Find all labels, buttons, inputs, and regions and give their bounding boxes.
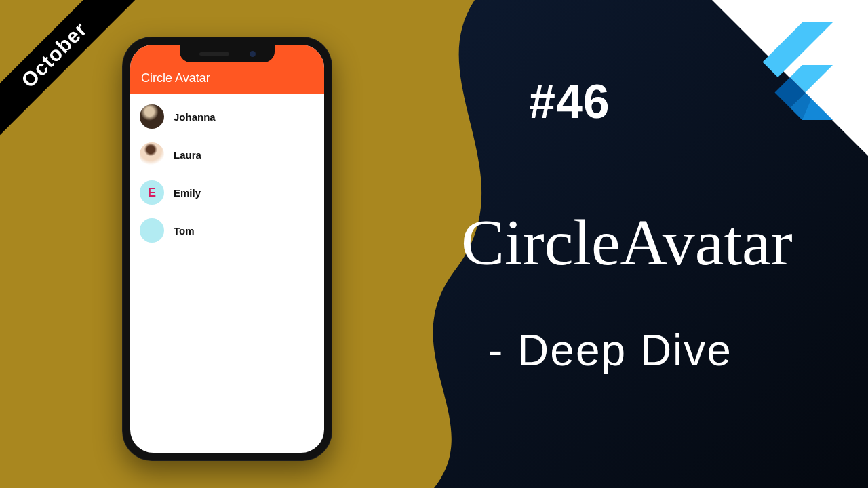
avatar: E: [140, 180, 164, 205]
month-ribbon: October: [0, 0, 139, 140]
phone-mockup: Circle Avatar Johanna Laura E Emily Tom: [122, 37, 332, 461]
flutter-logo-icon: [743, 20, 845, 122]
contact-name: Johanna: [174, 111, 216, 123]
contact-name: Tom: [174, 225, 195, 237]
phone-notch: [180, 45, 275, 62]
phone-screen: Circle Avatar Johanna Laura E Emily Tom: [130, 45, 324, 453]
list-item[interactable]: Laura: [130, 136, 324, 174]
app-bar-title: Circle Avatar: [141, 71, 210, 85]
contact-list: Johanna Laura E Emily Tom: [130, 94, 324, 253]
list-item[interactable]: Johanna: [130, 98, 324, 136]
contact-name: Laura: [174, 149, 201, 161]
ribbon-label: October: [17, 18, 92, 92]
episode-number: #46: [529, 75, 610, 129]
subtitle-deep-dive: - Deep Dive: [488, 325, 732, 375]
speaker-icon: [199, 52, 229, 56]
contact-name: Emily: [174, 187, 201, 199]
avatar: [140, 142, 164, 167]
avatar: [140, 104, 164, 129]
title-circleavatar: CircleAvatar: [461, 210, 793, 275]
list-item[interactable]: Tom: [130, 211, 324, 249]
camera-icon: [250, 51, 256, 57]
avatar: [140, 218, 164, 243]
list-item[interactable]: E Emily: [130, 174, 324, 211]
